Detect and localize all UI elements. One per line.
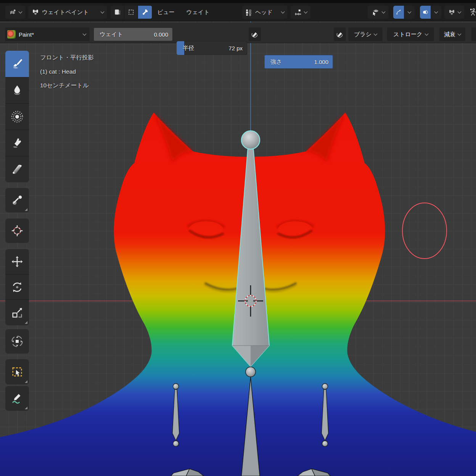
chevron-down-icon [374,32,378,35]
stylus-pressure-icon [251,31,259,39]
overlays-dropdown[interactable] [431,6,441,19]
weight-paint-shading-dropdown[interactable] [444,6,464,19]
submenu-indicator [25,321,27,324]
eyedropper-icon [11,194,24,207]
tool-blur[interactable] [5,77,29,103]
bone-select-toggle[interactable] [138,6,152,19]
face-select-mask-icon [114,8,121,16]
strength-slider[interactable]: 強さ 1.000 [264,55,333,69]
tool-scale[interactable] [5,299,29,325]
radius-value: 72 px [228,45,243,51]
vertex-select-mask-icon [127,8,135,16]
submenu-indicator [25,407,27,409]
stroke-popover[interactable]: ストローク [387,27,434,41]
weight-slider[interactable]: ウェイト 0.000 [93,27,173,41]
editor-type-selector[interactable] [5,6,25,19]
brush-thumbnail [7,30,16,39]
chevron-down-icon [281,10,285,13]
mode-dropdown[interactable]: ウェイトペイント [28,6,107,19]
armature-pose-button[interactable] [465,6,476,19]
chevron-down-icon [19,10,23,13]
strength-pressure-toggle[interactable] [334,27,346,41]
tool-cursor[interactable] [5,219,29,243]
tool-average[interactable] [5,103,29,130]
strength-label: 強さ [270,58,282,66]
bone-dropdown-label: ヘッド [255,9,279,16]
chevron-down-icon [425,32,428,35]
radius-slider[interactable]: 半径 72 px [177,41,247,55]
gizmo-control [393,6,415,19]
blender-window: フロント・平行投影 (1) cat : Head 10センチメートル ウェイトペ… [0,0,476,476]
overlays-control [420,6,441,19]
gizmo-icon [396,8,402,16]
gizmo-toggle[interactable] [393,6,404,19]
radius-pressure-toggle[interactable] [249,27,261,41]
viewport-overlay-text: フロント・平行投影 (1) cat : Head 10センチメートル [40,51,94,93]
chevron-down-icon [458,32,462,35]
tool-smear[interactable] [5,130,29,156]
chevron-down-icon [304,10,308,13]
weight-label: ウェイト [100,31,123,38]
scale-icon [11,306,24,319]
grid-scale-text: 10センチメートル [40,79,94,93]
tool-move[interactable] [5,249,29,274]
editor-3d-viewport-icon [9,8,17,16]
overlays-icon [422,8,428,16]
tool-gradient[interactable] [5,156,29,182]
chevron-down-icon [458,10,462,13]
snapping-dropdown[interactable] [291,6,310,19]
tool-annotate[interactable] [5,386,29,411]
average-dots-icon [11,110,24,123]
bone-collections-dropdown[interactable]: ヘッド [242,6,287,19]
active-object-text: (1) cat : Head [40,65,94,79]
smear-icon [11,137,24,150]
submenu-indicator [25,380,27,383]
move-icon [11,255,24,268]
menu-weights-label: ウェイト [186,9,209,16]
rotate-icon [11,281,24,294]
vertex-select-mask-toggle[interactable] [124,6,138,19]
snap-increment-icon [294,8,302,16]
menu-weights[interactable]: ウェイト [184,6,212,19]
tool-settings-bar: Paint* ウェイト 0.000 半径 72 px 強さ 1.000 [0,23,476,43]
tool-select-box[interactable] [5,359,29,384]
brush-selector[interactable]: Paint* [5,27,90,41]
menu-view-label: ビュー [157,9,175,16]
falloff-popover[interactable]: 減衰 [439,27,465,41]
bone-collections-icon [245,8,253,16]
clipped-popover[interactable] [471,27,476,41]
overlays-toggle[interactable] [420,6,431,19]
strength-value: 1.000 [314,59,328,65]
menu-view[interactable]: ビュー [155,6,177,19]
chevron-down-icon [434,10,438,13]
visibility-eye-pointer-icon [371,8,380,16]
viewport-header: ウェイトペイント ビュー [0,3,476,21]
tool-rotate[interactable] [5,274,29,299]
tool-sample-weight[interactable] [5,188,29,212]
face-select-mask-toggle[interactable] [111,6,124,19]
brush-name-label: Paint* [19,31,83,38]
bone-select-icon [141,8,149,16]
weight-value: 0.000 [154,31,168,38]
brush-icon [11,58,24,71]
weight-paint-shading-icon [448,8,456,16]
mode-label: ウェイトペイント [42,9,99,16]
cursor-3d-icon [11,224,24,237]
blur-droplet-icon [11,84,24,97]
submenu-indicator [25,208,27,211]
head-bone-head-sphere [241,131,260,149]
stroke-popover-label: ストローク [393,31,422,38]
tool-draw-brush[interactable] [5,51,29,77]
transform-icon [11,335,24,348]
tool-transform[interactable] [5,329,29,354]
radius-label: 半径 [183,45,194,52]
annotate-icon [11,392,24,405]
visibility-dropdown[interactable] [368,6,388,19]
stylus-pressure-icon [336,31,344,39]
gizmo-dropdown[interactable] [404,6,415,19]
brush-popover[interactable]: ブラシ [348,27,383,41]
paint-mask-toggle-group [111,6,152,19]
falloff-popover-label: 減衰 [444,31,455,38]
select-box-icon [11,365,24,378]
chevron-down-icon [101,10,105,13]
